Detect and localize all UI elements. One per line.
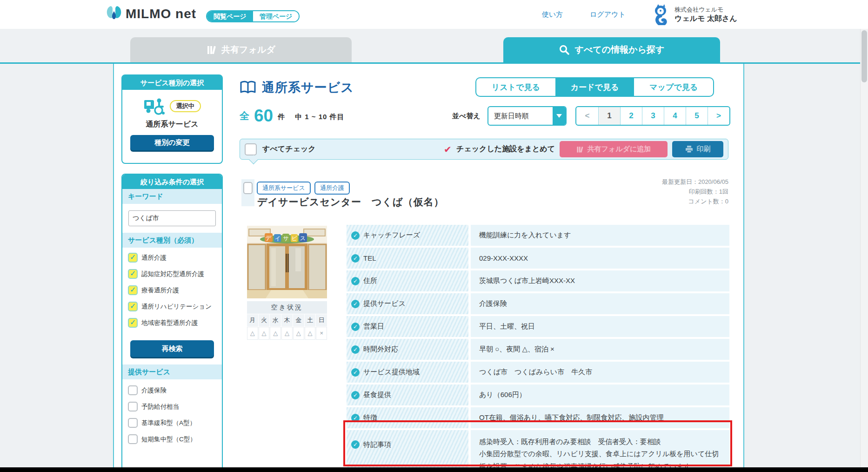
filter-checkbox-row[interactable]: 認知症対応型通所介護 (122, 266, 222, 282)
detail-value: OT在籍、個浴あり、嚥下食対応、制限食対応、施設内管理 (471, 407, 729, 428)
filter-checkbox-row[interactable]: 地域密着型通所介護 (122, 315, 222, 331)
check-badge-icon: ✓ (351, 391, 360, 399)
summary-prefix: 全 (240, 109, 249, 124)
availability-day: 水 (270, 314, 281, 326)
filter-option-label: 通所リハビリテーション (141, 303, 212, 311)
svg-text:ス: ス (300, 235, 306, 242)
filter-checkbox-row[interactable]: 通所介護 (122, 249, 222, 266)
filter-checkbox-row[interactable]: 基準緩和型（A型） (122, 415, 222, 431)
filter-panel: 絞り込み条件の選択 キーワード サービス種別（必須） 通所介護 認知症対応型通所… (121, 174, 223, 472)
user-info[interactable]: 株式会社ウェルモ ウェルモ 太郎さん (651, 4, 737, 25)
facility-checkbox[interactable] (243, 182, 253, 194)
detail-label: TEL (363, 254, 376, 262)
page-next-button[interactable]: > (708, 107, 729, 125)
availability-day: 火 (259, 314, 270, 326)
filter-option-label: 予防給付相当 (141, 403, 179, 411)
meta-print-count: 印刷回数：1回 (542, 187, 728, 196)
logo-text: MILMO net (126, 7, 196, 21)
logout-link[interactable]: ログアウト (590, 10, 626, 19)
detail-value: 早朝 ○、夜間 △、宿泊 × (471, 339, 729, 360)
sort-select[interactable]: 更新日時順 (487, 106, 567, 126)
filter-option-label: 認知症対応型通所介護 (141, 270, 204, 278)
detail-value: あり（606円） (471, 384, 729, 405)
scrollbar-track[interactable] (860, 29, 868, 467)
summary-unit: 件 (278, 113, 285, 124)
detail-label: サービス提供地域 (363, 368, 420, 377)
page-4-button[interactable]: 4 (664, 107, 686, 125)
filter-checkbox-row[interactable]: 通所リハビリテーション (122, 298, 222, 315)
filter-option-label: 療養通所介護 (141, 286, 179, 295)
checkbox-unchecked-icon (128, 434, 138, 444)
detail-label: 特記事項 (363, 440, 391, 449)
detail-label: 昼食提供 (363, 391, 391, 399)
help-link[interactable]: 使い方 (542, 10, 563, 19)
detail-value: 029-XXX-XXXX (471, 248, 729, 269)
selected-badge: 選択中 (170, 100, 201, 112)
availability-mark: △ (247, 327, 258, 340)
filter-checkbox-row[interactable]: 短期集中型（C型） (122, 431, 222, 447)
page-prev-button[interactable]: < (576, 107, 598, 125)
availability-day: 土 (305, 314, 316, 326)
detail-row: ✓営業日 平日、土曜、祝日 (347, 316, 729, 337)
check-badge-icon: ✓ (351, 440, 360, 449)
checkbox-checked-icon (128, 269, 138, 279)
research-button[interactable]: 再検索 (130, 340, 214, 357)
page-5-button[interactable]: 5 (686, 107, 708, 125)
detail-row: ✓提供サービス 介護保険 (347, 293, 729, 314)
special-notes-line1: 感染時受入：既存利用者のみ要相談 受信者受入：要相談 (479, 436, 723, 448)
detail-row: ✓サービス提供地域 つくば市 つくばみらい市 牛久市 (347, 362, 729, 383)
keyword-input[interactable] (128, 210, 216, 226)
tab-search-all-label: すべての情報から探す (574, 44, 664, 56)
detail-label: 営業日 (363, 322, 384, 331)
manage-page-tab[interactable]: 管理ページ (253, 11, 299, 21)
mascot-avatar-icon (651, 4, 670, 25)
detail-value: つくば市 つくばみらい市 牛久市 (471, 362, 729, 383)
page-1-button[interactable]: 1 (598, 107, 620, 125)
checkbox-unchecked-icon (128, 385, 138, 395)
tab-shared-folder[interactable]: 共有フォルダ (130, 37, 352, 62)
facility-checkbox-strip (241, 179, 254, 206)
filter-checkbox-row[interactable]: 療養通所介護 (122, 282, 222, 298)
tab-search-all[interactable]: すべての情報から探す (503, 37, 720, 62)
filter-panel-title: 絞り込み条件の選択 (122, 175, 222, 189)
facility-photo: デ イ サ ビ ス (247, 226, 327, 298)
bulk-action-label: チェックした施設をまとめて (456, 144, 555, 154)
check-all-checkbox[interactable] (245, 143, 257, 155)
detail-value: 機能訓練に力を入れています (471, 225, 729, 246)
user-company: 株式会社ウェルモ (674, 6, 737, 14)
detail-row: ✓昼食提供 あり（606円） (347, 384, 729, 405)
filter-option-label: 介護保険 (141, 386, 167, 395)
view-list-button[interactable]: リストで見る (476, 78, 555, 96)
facility-title[interactable]: デイサービスセンター つくば（仮名） (257, 196, 444, 209)
page-mode-toggle: 閲覧ページ 管理ページ (206, 10, 300, 22)
view-card-button[interactable]: カードで見る (555, 78, 634, 96)
folder-books-icon (576, 146, 584, 153)
filter-checkbox-row[interactable]: 予防給付相当 (122, 398, 222, 415)
view-map-button[interactable]: マップで見る (634, 78, 713, 96)
milmo-logo-icon (106, 6, 122, 22)
page-2-button[interactable]: 2 (620, 107, 642, 125)
detail-label: 時間外対応 (363, 345, 398, 354)
service-type-panel: サービス種別の選択 選択中 通所系サービス 種別の変更 (121, 74, 223, 164)
detail-label: キャッチフレーズ (363, 231, 420, 240)
change-type-button[interactable]: 種別の変更 (130, 135, 214, 150)
app-header: MILMO net 閲覧ページ 管理ページ 使い方 ログアウト 株式会社ウェルモ (0, 0, 868, 29)
detail-row: ✓住所 茨城県つくば市上岩崎XXX-XX (347, 270, 729, 291)
checkbox-checked-icon (128, 318, 138, 328)
detail-row: ✓特徴 OT在籍、個浴あり、嚥下食対応、制限食対応、施設内管理 (347, 407, 729, 428)
selected-service-type: 通所系サービス (122, 120, 222, 129)
facility-tag: 通所系サービス (257, 182, 311, 195)
scrollbar-thumb[interactable] (861, 30, 867, 82)
browse-page-tab[interactable]: 閲覧ページ (207, 11, 253, 21)
filter-option-label: 地域密着型通所介護 (141, 319, 198, 327)
page-3-button[interactable]: 3 (642, 107, 664, 125)
logo[interactable]: MILMO net (106, 6, 196, 22)
sort-label: 並べ替え (452, 112, 481, 121)
print-button[interactable]: 印刷 (672, 141, 723, 157)
printer-icon (685, 146, 693, 153)
add-to-shared-folder-button[interactable]: 共有フォルダに追加 (560, 141, 668, 157)
detail-row: ✓TEL 029-XXX-XXXX (347, 248, 729, 269)
facility-tag: 通所介護 (314, 182, 350, 195)
check-badge-icon: ✓ (351, 368, 360, 377)
filter-checkbox-row[interactable]: 介護保険 (122, 382, 222, 398)
